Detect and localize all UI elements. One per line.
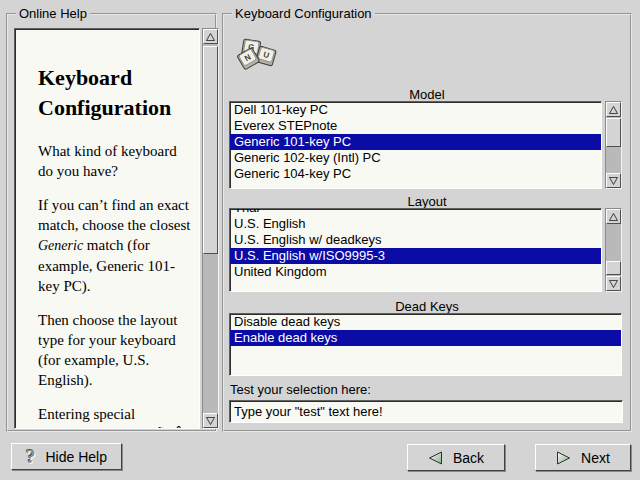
question-mark-icon: ?: [26, 447, 36, 466]
dead-keys-list[interactable]: Disable dead keysEnable dead keys: [229, 313, 622, 376]
scroll-up-button[interactable]: [606, 102, 621, 117]
list-item[interactable]: Everex STEPnote: [230, 118, 601, 134]
hide-help-button[interactable]: ? Hide Help: [11, 443, 122, 470]
list-item[interactable]: U.S. English w/ISO9995-3: [230, 248, 601, 264]
arrow-up-icon: [609, 106, 618, 114]
list-item[interactable]: U.S. English w/ deadkeys: [230, 232, 601, 248]
list-item[interactable]: Generic 102-key (Intl) PC: [230, 150, 601, 166]
scroll-up-button[interactable]: [606, 209, 621, 224]
scroll-down-button[interactable]: [606, 173, 621, 188]
back-arrow-icon: [428, 451, 443, 465]
help-paragraph: Then choose the layout type for your key…: [38, 310, 191, 390]
test-input-wrapper: [229, 400, 623, 423]
back-button[interactable]: Back: [407, 444, 505, 471]
help-text-italic: Generic: [38, 238, 83, 253]
model-scrollbar[interactable]: [605, 101, 622, 189]
test-input[interactable]: [230, 401, 622, 422]
list-item[interactable]: Thai: [230, 208, 601, 216]
list-item[interactable]: Generic 104-key PC: [230, 166, 601, 182]
deadkeys-section-label: Dead Keys: [230, 299, 624, 314]
layout-section-label: Layout: [230, 194, 624, 209]
scrollbar-thumb[interactable]: [203, 46, 218, 254]
help-heading-line2: Configuration: [38, 95, 171, 120]
help-viewport: Keyboard Configuration What kind of keyb…: [14, 28, 200, 429]
gnu-keyboard-keys-icon: G U N: [235, 36, 279, 74]
scrollbar-thumb[interactable]: [606, 118, 621, 147]
model-list[interactable]: Dell 101-key PCEverex STEPnoteGeneric 10…: [229, 101, 602, 189]
layout-scrollbar[interactable]: [605, 208, 622, 292]
scroll-down-button[interactable]: [203, 413, 218, 428]
help-heading-line1: Keyboard: [38, 65, 132, 90]
scrollbar-thumb[interactable]: [606, 261, 621, 275]
keyboard-config-panel: Keyboard Configuration G U N Model Dell: [222, 13, 632, 432]
arrow-down-icon: [206, 417, 215, 425]
list-item[interactable]: U.S. English: [230, 216, 601, 232]
list-item[interactable]: Generic 101-key PC: [230, 134, 601, 150]
keyboard-config-frame-label: Keyboard Configuration: [232, 6, 375, 21]
list-item[interactable]: Dell 101-key PC: [230, 102, 601, 118]
next-button[interactable]: Next: [535, 444, 631, 471]
online-help-panel: Online Help Keyboard Configuration What …: [6, 13, 217, 432]
arrow-down-icon: [609, 280, 618, 288]
back-label: Back: [453, 450, 484, 466]
list-item[interactable]: Disable dead keys: [230, 314, 621, 330]
scroll-up-button[interactable]: [203, 29, 218, 44]
online-help-frame-label: Online Help: [16, 6, 90, 21]
help-paragraph: What kind of keyboard do you have?: [38, 141, 191, 181]
help-text: If you can’t find an exact match, choose…: [38, 197, 190, 233]
hide-help-label: Hide Help: [46, 449, 107, 465]
arrow-down-icon: [609, 177, 618, 185]
help-scrollbar[interactable]: [202, 28, 219, 429]
help-heading: Keyboard Configuration: [38, 63, 193, 123]
list-item[interactable]: Enable dead keys: [230, 330, 621, 346]
next-label: Next: [581, 450, 610, 466]
test-selection-label: Test your selection here:: [230, 382, 371, 397]
layout-list[interactable]: ThaiU.S. EnglishU.S. English w/ deadkeys…: [229, 208, 602, 292]
help-paragraph: Entering special characters (such as Ñ, …: [38, 404, 191, 429]
model-section-label: Model: [230, 87, 624, 102]
list-item[interactable]: United Kingdom: [230, 264, 601, 280]
arrow-up-icon: [206, 33, 215, 41]
help-paragraph: If you can’t find an exact match, choose…: [38, 195, 191, 296]
installer-window: Online Help Keyboard Configuration What …: [0, 0, 640, 480]
arrow-up-icon: [609, 213, 618, 221]
scroll-down-button[interactable]: [606, 276, 621, 291]
next-arrow-icon: [556, 451, 571, 465]
